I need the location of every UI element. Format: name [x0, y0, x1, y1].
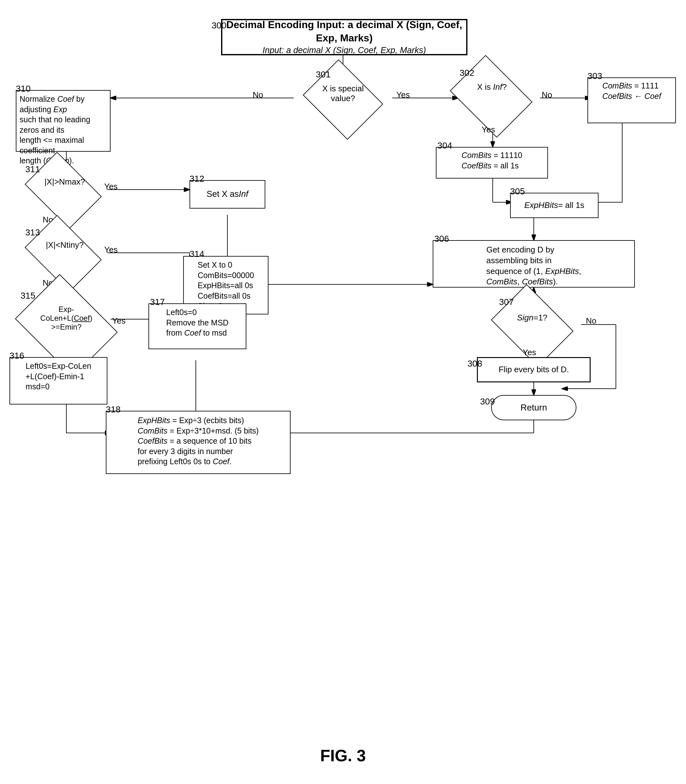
node-312: Set X as Inf [189, 180, 265, 209]
label-302: 302 [459, 68, 474, 78]
arrow-307-yes: Yes [523, 348, 536, 357]
node-302-wrapper: X is Inf? [458, 71, 537, 134]
fig-label: FIG. 3 [320, 746, 366, 765]
arrow-301-yes: Yes [396, 90, 410, 100]
node-317: Left0s=0Remove the MSDfrom Coef to msd [149, 303, 247, 349]
label-316: 316 [10, 351, 24, 361]
arrow-302-yes: Yes [482, 125, 495, 134]
node-303: ComBits = 1111CoefBits ← Coef [588, 77, 676, 123]
node-313-text: |X|<Ntiny? [33, 240, 96, 250]
label-300: 300 [212, 21, 227, 31]
label-310: 310 [16, 84, 31, 94]
node-302-text: X is Inf? [463, 82, 521, 92]
flowchart-container: Decimal Encoding Input: a decimal X (Sig… [0, 0, 686, 743]
node-304: ComBits = 11110CoefBits = all 1s [436, 147, 548, 178]
node-318: ExpHBits = Exp÷3 (ecbits bits)ComBits = … [106, 411, 291, 474]
arrow-302-no: No [542, 90, 552, 100]
label-309: 309 [480, 396, 495, 407]
label-318: 318 [106, 404, 121, 414]
label-306: 306 [434, 234, 449, 244]
node-301-wrapper: X is special value? [311, 74, 375, 125]
label-303: 303 [588, 71, 602, 81]
arrow-311-yes: Yes [104, 182, 118, 191]
label-308: 308 [467, 358, 482, 369]
node-300: Decimal Encoding Input: a decimal X (Sig… [221, 19, 467, 55]
node-307-text: Sign=1? [504, 313, 560, 322]
node-316: Left0s=Exp-CoLen+L(Coef)-Emin-1msd=0 [10, 357, 108, 404]
node-315-text: Exp-CoLen+L(Coef)>=Emin? [28, 305, 104, 331]
label-315: 315 [21, 291, 35, 301]
node-315-wrapper: Exp-CoLen+L(Coef)>=Emin? [25, 294, 114, 363]
arrow-307-no: No [586, 316, 596, 326]
label-317: 317 [150, 297, 165, 307]
label-312: 312 [189, 174, 204, 184]
label-301: 301 [316, 70, 331, 80]
node-310: Normalize Coef by adjusting Expsuch that… [16, 90, 111, 152]
label-304: 304 [438, 141, 452, 151]
node-301-text: X is special value? [315, 84, 371, 103]
label-307: 307 [499, 297, 514, 307]
node-311-wrapper: |X|>Nmax? [32, 167, 101, 219]
node-311-text: |X|>Nmax? [33, 177, 96, 187]
node-306: Get encoding D byassembling bits inseque… [433, 240, 635, 288]
label-313: 313 [25, 228, 40, 237]
label-311: 311 [25, 164, 40, 174]
node-308: Flip every bits of D. [477, 357, 591, 382]
node-300-text: Decimal Encoding Input: a decimal X (Sig… [225, 18, 463, 44]
node-305: ExpHBits = all 1s [510, 193, 598, 218]
arrow-315-yes: Yes [112, 316, 126, 326]
node-313-wrapper: |X|<Ntiny? [32, 231, 101, 283]
arrow-313-yes: Yes [104, 245, 118, 255]
label-305: 305 [510, 187, 525, 196]
label-314: 314 [189, 249, 204, 259]
node-309: Return [491, 395, 577, 420]
arrow-301-no: No [253, 90, 263, 100]
